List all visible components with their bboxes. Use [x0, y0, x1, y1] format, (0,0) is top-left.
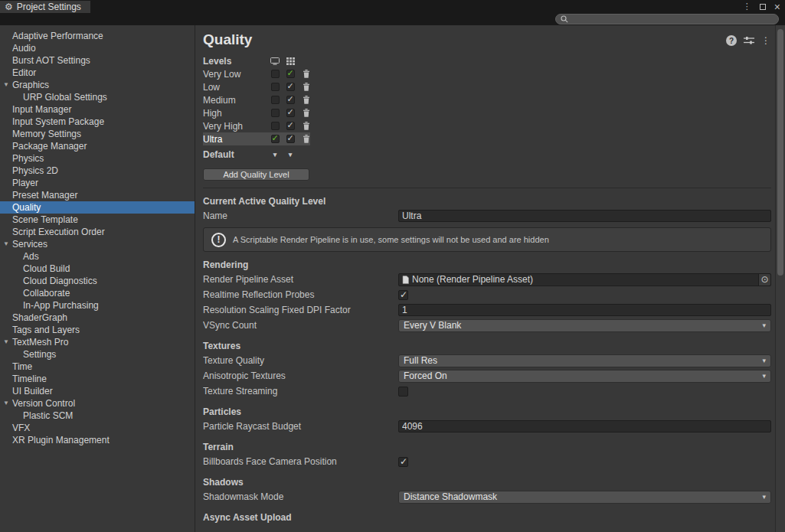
sidebar-item-time[interactable]: ▼ Time — [0, 361, 195, 373]
texture-quality-dropdown[interactable]: Full Res ▾ — [398, 354, 771, 367]
foldout-triangle-icon[interactable]: ▼ — [2, 336, 11, 348]
search-field[interactable] — [555, 14, 779, 24]
content-area: ▼ Adaptive Performance ▼ Audio ▼ Burst A… — [0, 25, 785, 532]
sidebar-item-input-manager[interactable]: ▼ Input Manager — [0, 103, 195, 116]
maximize-icon[interactable] — [760, 4, 766, 10]
anisotropic-textures-dropdown[interactable]: Forced On ▾ — [398, 370, 771, 383]
delete-quality-level-icon[interactable] — [298, 83, 315, 91]
foldout-triangle-icon[interactable]: ▼ — [2, 79, 11, 91]
scrollbar-thumb[interactable] — [777, 29, 783, 276]
default-grid-dropdown[interactable]: ▾ — [283, 151, 298, 158]
sidebar-item-plastic-scm[interactable]: ▼ Plastic SCM — [0, 410, 195, 422]
quality-level-row-very-high[interactable]: Very High — [203, 119, 310, 132]
help-icon[interactable]: ? — [726, 35, 737, 46]
delete-quality-level-icon[interactable] — [298, 70, 315, 78]
sidebar-item-input-system-package[interactable]: ▼ Input System Package — [0, 116, 195, 128]
billboards-face-camera-checkbox[interactable] — [398, 457, 408, 467]
platform-default-checkbox[interactable] — [286, 122, 295, 130]
name-label: Name — [203, 211, 398, 221]
delete-quality-level-icon[interactable] — [298, 135, 315, 143]
sidebar-item-tags-and-layers[interactable]: ▼ Tags and Layers — [0, 324, 195, 336]
quality-level-row-high[interactable]: High — [203, 106, 310, 119]
foldout-triangle-icon[interactable]: ▼ — [2, 238, 11, 250]
platform-default-checkbox[interactable] — [286, 135, 295, 143]
delete-quality-level-icon[interactable] — [298, 109, 315, 117]
vertical-scrollbar[interactable] — [775, 25, 785, 532]
sidebar-item-quality[interactable]: ▼ Quality — [0, 201, 195, 214]
anisotropic-textures-label: Anisotropic Textures — [203, 370, 398, 381]
window-controls: ⋮ × — [743, 0, 780, 13]
platform-desktop-checkbox[interactable] — [271, 122, 280, 130]
platform-default-checkbox[interactable] — [286, 83, 295, 91]
sidebar-item-cloud-build[interactable]: ▼ Cloud Build — [0, 263, 195, 275]
vsync-count-dropdown[interactable]: Every V Blank ▾ — [398, 319, 771, 332]
sidebar-item-shadergraph[interactable]: ▼ ShaderGraph — [0, 312, 195, 324]
sidebar-item-ads[interactable]: ▼ Ads — [0, 250, 195, 263]
desktop-monitor-icon — [267, 57, 283, 65]
delete-quality-level-icon[interactable] — [298, 122, 315, 130]
add-quality-level-button[interactable]: Add Quality Level — [203, 168, 309, 181]
platform-desktop-checkbox[interactable] — [271, 135, 280, 143]
platform-default-checkbox[interactable] — [286, 96, 295, 104]
sidebar-item-timeline[interactable]: ▼ Timeline — [0, 373, 195, 385]
sidebar-item-audio[interactable]: ▼ Audio — [0, 42, 195, 54]
quality-level-row-medium[interactable]: Medium — [203, 93, 310, 106]
realtime-reflection-probes-checkbox[interactable] — [398, 290, 408, 300]
object-picker-icon[interactable]: ⊙ — [758, 274, 770, 286]
sidebar-item-scene-template[interactable]: ▼ Scene Template — [0, 214, 195, 226]
sidebar-item-in-app-purchasing[interactable]: ▼ In-App Purchasing — [0, 299, 195, 312]
foldout-triangle-icon[interactable]: ▼ — [2, 397, 11, 410]
particle-raycast-budget-field[interactable] — [398, 420, 771, 432]
sidebar-item-urp-global-settings[interactable]: ▼ URP Global Settings — [0, 91, 195, 103]
sidebar-item-collaborate[interactable]: ▼ Collaborate — [0, 287, 195, 299]
platform-desktop-checkbox[interactable] — [271, 83, 280, 91]
sidebar-item-burst-aot-settings[interactable]: ▼ Burst AOT Settings — [0, 54, 195, 67]
project-settings-window: ⚙ Project Settings ⋮ × ▼ Adaptive Perfor… — [0, 0, 785, 532]
quality-level-row-very-low[interactable]: Very Low — [203, 67, 310, 80]
texture-quality-label: Texture Quality — [203, 355, 398, 366]
quality-level-rows: Very Low Low Med — [203, 67, 775, 145]
platform-desktop-checkbox[interactable] — [271, 109, 280, 117]
preset-sliders-icon[interactable] — [744, 36, 754, 45]
name-field[interactable] — [398, 210, 771, 222]
texture-streaming-checkbox[interactable] — [398, 387, 408, 397]
current-active-header: Current Active Quality Level — [195, 194, 775, 208]
window-menu-icon[interactable]: ⋮ — [743, 2, 751, 11]
default-desktop-dropdown[interactable]: ▾ — [267, 151, 283, 158]
sidebar-item-graphics[interactable]: ▼ Graphics — [0, 79, 195, 91]
srp-info-box: ! A Scriptable Render Pipeline is in use… — [203, 227, 771, 252]
platform-default-checkbox[interactable] — [286, 109, 295, 117]
sidebar-item-ui-builder[interactable]: ▼ UI Builder — [0, 385, 195, 397]
sidebar-item-vfx[interactable]: ▼ VFX — [0, 422, 195, 434]
sidebar-item-services[interactable]: ▼ Services — [0, 238, 195, 250]
delete-quality-level-icon[interactable] — [298, 96, 315, 104]
sidebar-item-textmesh-pro[interactable]: ▼ TextMesh Pro — [0, 336, 195, 348]
sidebar-item-editor[interactable]: ▼ Editor — [0, 67, 195, 79]
close-icon[interactable]: × — [774, 2, 780, 12]
sidebar-item-adaptive-performance[interactable]: ▼ Adaptive Performance — [0, 30, 195, 42]
search-input[interactable] — [571, 15, 774, 24]
sidebar-item-cloud-diagnostics[interactable]: ▼ Cloud Diagnostics — [0, 275, 195, 287]
platform-desktop-checkbox[interactable] — [271, 70, 280, 78]
sidebar-item-physics-2d[interactable]: ▼ Physics 2D — [0, 165, 195, 177]
sidebar-item-script-execution-order[interactable]: ▼ Script Execution Order — [0, 226, 195, 238]
resolution-scaling-dpi-field[interactable] — [398, 304, 771, 316]
sidebar-item-player[interactable]: ▼ Player — [0, 177, 195, 189]
sidebar-item-preset-manager[interactable]: ▼ Preset Manager — [0, 189, 195, 201]
sidebar-item-package-manager[interactable]: ▼ Package Manager — [0, 140, 195, 152]
quality-level-row-ultra[interactable]: Ultra — [203, 132, 310, 145]
sidebar-item-physics[interactable]: ▼ Physics — [0, 152, 195, 165]
sidebar-item-xr-plugin-management[interactable]: ▼ XR Plugin Management — [0, 434, 195, 446]
platform-default-checkbox[interactable] — [286, 70, 295, 78]
render-pipeline-asset-field[interactable]: None (Render Pipeline Asset) ⊙ — [398, 273, 771, 286]
more-menu-icon[interactable]: ⋮ — [761, 36, 770, 45]
shadowmask-mode-dropdown[interactable]: Distance Shadowmask ▾ — [398, 491, 771, 504]
anisotropic-textures-value: Forced On — [404, 370, 447, 381]
shadowmask-mode-label: Shadowmask Mode — [203, 491, 398, 502]
sidebar-item-settings[interactable]: ▼ Settings — [0, 348, 195, 361]
sidebar-item-memory-settings[interactable]: ▼ Memory Settings — [0, 128, 195, 140]
platform-desktop-checkbox[interactable] — [271, 96, 280, 104]
quality-level-row-low[interactable]: Low — [203, 80, 310, 93]
sidebar-item-version-control[interactable]: ▼ Version Control — [0, 397, 195, 410]
tab-project-settings[interactable]: ⚙ Project Settings — [0, 1, 90, 13]
